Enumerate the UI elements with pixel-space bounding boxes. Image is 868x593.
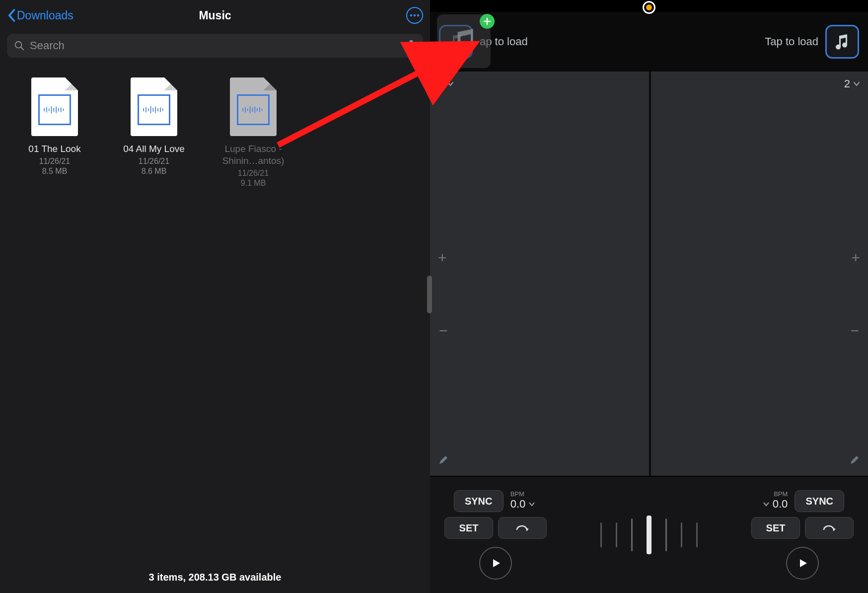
- music-note-icon: [448, 26, 479, 57]
- file-item[interactable]: 04 All My Love 11/26/21 8.6 MB: [104, 77, 204, 176]
- file-name: 04 All My Love: [123, 143, 185, 155]
- bpm-right[interactable]: BPM 0.0: [761, 490, 790, 512]
- search-icon: [14, 40, 25, 51]
- crossfader-tick: [696, 522, 698, 547]
- search-row: [0, 31, 430, 63]
- plus-icon[interactable]: +: [851, 249, 860, 266]
- svg-point-1: [414, 14, 416, 16]
- deck-right[interactable]: 2 + −: [649, 72, 868, 476]
- crossfader-tick: [681, 522, 682, 547]
- pencil-icon: [438, 454, 449, 465]
- file-size: 8.5 MB: [42, 167, 68, 176]
- file-date: 11/26/21: [39, 157, 70, 166]
- loop-button-left[interactable]: [498, 517, 547, 539]
- file-size: 9.1 MB: [241, 179, 266, 188]
- crossfader[interactable]: [555, 477, 743, 593]
- files-pane: Downloads Music 01 The Look 11/26/21 8.5…: [0, 0, 430, 593]
- nav-bar: Downloads Music: [0, 0, 430, 31]
- loop-button-right[interactable]: [805, 517, 854, 539]
- crossfader-tick: [616, 522, 617, 547]
- audio-file-icon: [131, 77, 177, 136]
- mic-icon[interactable]: [406, 39, 416, 52]
- edit-button[interactable]: [849, 452, 860, 469]
- decks: 1 + − 2 + −: [430, 72, 868, 476]
- plus-icon: [483, 17, 491, 25]
- deck-number-right[interactable]: 2: [844, 77, 860, 90]
- file-item-dragged[interactable]: Lupe Fiasco - Shinin…antos) 11/26/21 9.1…: [204, 77, 303, 188]
- redo-icon: [515, 522, 530, 533]
- pencil-icon: [849, 454, 860, 465]
- deck-number-left[interactable]: 1: [438, 77, 454, 90]
- sync-button-right[interactable]: SYNC: [795, 490, 844, 512]
- music-note-icon: [832, 32, 852, 52]
- audio-file-icon: [230, 77, 277, 136]
- bpm-label: BPM: [510, 490, 524, 498]
- dj-pane: ap to load Tap to load 1 + − 2: [430, 0, 868, 593]
- chevron-down-icon: [763, 501, 770, 508]
- deck-left[interactable]: 1 + −: [430, 72, 649, 476]
- play-button-right[interactable]: [786, 547, 819, 580]
- minus-icon[interactable]: −: [850, 322, 859, 339]
- chevron-down-icon: [447, 80, 454, 87]
- play-icon: [796, 557, 808, 569]
- file-grid: 01 The Look 11/26/21 8.5 MB 04 All My Lo…: [0, 63, 430, 561]
- controls: SYNC BPM 0.0 SET: [430, 476, 868, 593]
- more-button[interactable]: [406, 7, 423, 24]
- top-strip: [430, 0, 868, 12]
- audio-file-icon: [31, 77, 78, 136]
- file-name: 01 The Look: [28, 143, 80, 155]
- svg-point-2: [417, 14, 419, 16]
- sync-button-left[interactable]: SYNC: [454, 490, 504, 512]
- svg-point-0: [410, 14, 412, 16]
- bpm-label: BPM: [774, 490, 788, 498]
- play-button-left[interactable]: [479, 547, 512, 580]
- search-input[interactable]: [30, 39, 401, 52]
- play-icon: [490, 557, 502, 569]
- chevron-left-icon: [7, 8, 16, 22]
- load-label-right: Tap to load: [765, 35, 818, 48]
- chevron-down-icon: [853, 80, 860, 87]
- add-badge: [480, 14, 495, 29]
- bpm-value-right: 0.0: [773, 498, 788, 511]
- controls-left: SYNC BPM 0.0 SET: [436, 490, 555, 580]
- search-field[interactable]: [7, 34, 423, 58]
- chevron-down-icon: [528, 501, 535, 508]
- file-date: 11/26/21: [238, 169, 269, 178]
- split-handle[interactable]: [427, 276, 432, 313]
- edit-button[interactable]: [438, 452, 449, 469]
- controls-right: BPM 0.0 SYNC SET: [743, 490, 862, 580]
- set-button-left[interactable]: SET: [444, 517, 493, 539]
- file-name: Lupe Fiasco - Shinin…antos): [211, 143, 295, 167]
- set-button-right[interactable]: SET: [751, 517, 800, 539]
- ellipsis-icon: [410, 14, 420, 17]
- back-label: Downloads: [17, 9, 73, 22]
- record-indicator-icon[interactable]: [643, 1, 655, 14]
- redo-icon: [822, 522, 837, 533]
- load-well-right[interactable]: [825, 25, 859, 59]
- crossfader-tick: [631, 519, 633, 551]
- status-bar: 3 items, 208.13 GB available: [0, 561, 430, 593]
- minus-icon[interactable]: −: [439, 322, 448, 339]
- file-date: 11/26/21: [139, 157, 169, 166]
- load-row: ap to load Tap to load: [430, 12, 868, 72]
- svg-line-4: [21, 47, 24, 50]
- crossfader-tick: [665, 519, 667, 551]
- bpm-value-left: 0.0: [510, 498, 526, 511]
- crossfader-knob[interactable]: [647, 516, 651, 554]
- plus-icon[interactable]: +: [438, 249, 447, 266]
- file-item[interactable]: 01 The Look 11/26/21 8.5 MB: [5, 77, 104, 176]
- bpm-left[interactable]: BPM 0.0: [508, 490, 538, 512]
- back-button[interactable]: Downloads: [7, 8, 73, 22]
- svg-rect-5: [409, 40, 413, 47]
- crossfader-tick: [600, 522, 602, 547]
- file-size: 8.6 MB: [142, 167, 167, 176]
